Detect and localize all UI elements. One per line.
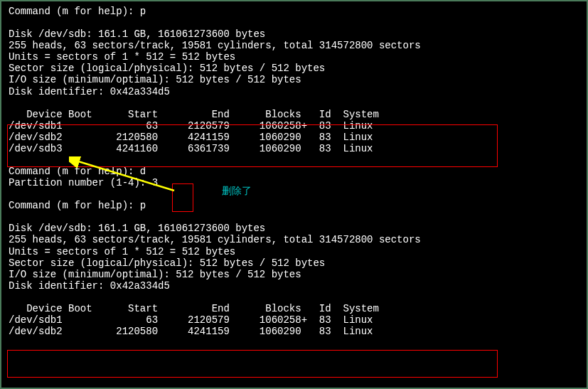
command-prompt-2: Command (m for help): p [9,200,579,211]
table-row: /dev/sdb1 63 2120579 1060258+ 83 Linux [9,120,579,132]
table-row: /dev/sdb2 2120580 4241159 1060290 83 Lin… [9,326,579,337]
partition-header-2: Device Boot Start End Blocks Id System [9,303,579,314]
table-row: /dev/sdb2 2120580 4241159 1060290 83 Lin… [9,132,579,143]
partition-header-1: Device Boot Start End Blocks Id System [9,109,579,120]
table-row: /dev/sdb1 63 2120579 1060258+ 83 Linux [9,314,579,326]
delete-command: Command (m for help): d [9,166,579,177]
disk-info-2: Disk /dev/sdb: 161.1 GB, 161061273600 by… [9,223,579,292]
highlight-box-3 [7,350,498,378]
table-row: /dev/sdb3 4241160 6361739 1060290 83 Lin… [9,143,579,154]
disk-info-1: Disk /dev/sdb: 161.1 GB, 161061273600 by… [9,28,579,97]
command-prompt-1: Command (m for help): p [9,6,579,17]
annotation-deleted: 删除了 [222,185,252,196]
partition-number-prompt: Partition number (1-4): 3 [9,177,579,188]
